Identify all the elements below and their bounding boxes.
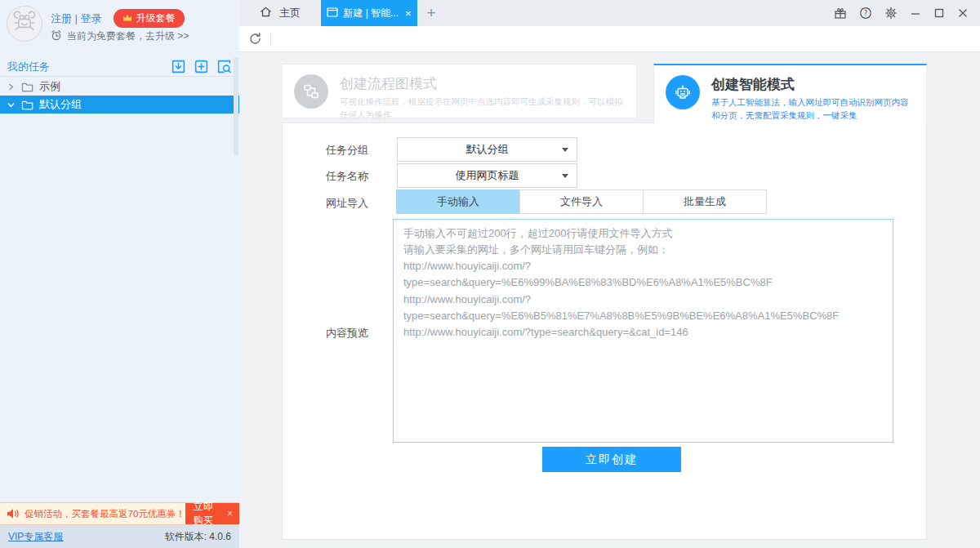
vip-support-link[interactable]: VIP专属客服 (8, 530, 63, 544)
gear-icon[interactable] (884, 7, 898, 20)
mode-card-smart[interactable]: 创建智能模式 基于人工智能算法，输入网址即可自动识别网页内容和分页，无需配置采集… (653, 64, 927, 123)
buy-now-button[interactable]: 立即购买 (185, 500, 224, 528)
svg-text:?: ? (864, 9, 868, 17)
smart-mode-desc: 基于人工智能算法，输入网址即可自动识别网页内容和分页，无需配置采集规则，一键采集 (711, 96, 915, 123)
upgrade-plan-button[interactable]: 升级套餐 (114, 9, 185, 28)
task-group-value: 默认分组 (466, 142, 509, 157)
add-task-icon[interactable] (194, 59, 209, 74)
crab-logo-icon (10, 8, 39, 40)
task-group-label: 任务分组 (326, 143, 368, 158)
reload-icon[interactable] (248, 32, 262, 46)
promo-close-icon[interactable]: × (224, 508, 239, 519)
app-logo (7, 6, 42, 42)
caret-down-icon (562, 174, 568, 178)
version-label: 软件版本: 4.0.6 (165, 530, 231, 544)
maximize-icon[interactable] (933, 7, 945, 19)
create-now-button[interactable]: 立即创建 (542, 447, 681, 472)
mode-card-flowchart[interactable]: 创建流程图模式 可视化操作流程，根据提示在网页中点选内容即可生成采集规则，可以模… (282, 64, 637, 118)
tab-file-import[interactable]: 文件导入 (519, 189, 644, 214)
app-window: 注册 | 登录 升级套餐 当前为免费套餐，去升级 >> (0, 0, 980, 548)
free-plan-notice[interactable]: 当前为免费套餐，去升级 >> (51, 29, 189, 43)
upgrade-plan-label: 升级套餐 (136, 11, 176, 25)
tab-batch-generate[interactable]: 批量生成 (643, 189, 767, 214)
close-icon[interactable] (957, 7, 969, 19)
tree-item-label: 默认分组 (39, 97, 82, 112)
sidebar-item-examples[interactable]: 示例 (0, 78, 239, 96)
sidebar: 注册 | 登录 升级套餐 当前为免费套餐，去升级 >> (0, 0, 239, 548)
sidebar-scrollbar[interactable] (234, 57, 238, 155)
tab-label: 新建 | 智能... (343, 7, 399, 20)
promo-bar: 促销活动，买套餐最高返70元优惠券！ 立即购买 × (0, 502, 239, 525)
sidebar-item-default-group[interactable]: 默认分组 (0, 96, 239, 114)
promo-text: 促销活动，买套餐最高返70元优惠券！ (24, 508, 185, 520)
tab-new-smart[interactable]: 新建 | 智能... × (321, 0, 417, 26)
flowchart-icon (294, 74, 328, 109)
content-preview-label: 内容预览 (326, 326, 368, 341)
url-import-tabs: 手动输入 文件导入 批量生成 (396, 189, 767, 214)
flowchart-mode-desc: 可视化操作流程，根据提示在网页中点选内容即可生成采集规则，可以模拟任何人为操作 (340, 96, 625, 122)
tab-bar: 主页 新建 | 智能... × + ? (239, 0, 980, 26)
help-icon[interactable]: ? (859, 7, 872, 20)
alarm-clock-icon (51, 29, 62, 43)
url-import-label: 网址导入 (326, 196, 368, 211)
chevron-right-icon (7, 83, 16, 91)
page-icon (327, 7, 338, 20)
tab-home-label: 主页 (279, 6, 301, 20)
new-tab-button[interactable]: + (417, 0, 445, 26)
tab-close-icon[interactable]: × (405, 7, 412, 20)
tab-home[interactable]: 主页 (239, 0, 321, 26)
search-task-icon[interactable] (216, 59, 232, 74)
main-area: 主页 新建 | 智能... × + ? (239, 0, 980, 548)
smart-mode-title: 创建智能模式 (711, 75, 915, 94)
gift-icon[interactable] (834, 7, 847, 20)
content-area: 创建流程图模式 可视化操作流程，根据提示在网页中点选内容即可生成采集规则，可以模… (239, 52, 980, 548)
crown-icon (122, 13, 132, 25)
import-task-icon[interactable] (171, 59, 186, 74)
my-tasks-title: 我的任务 (7, 60, 50, 74)
user-area: 注册 | 登录 升级套餐 当前为免费套餐，去升级 >> (0, 0, 239, 54)
task-name-value: 使用网页标题 (456, 168, 519, 183)
tree-item-label: 示例 (39, 79, 60, 94)
home-icon (260, 6, 272, 20)
task-name-label: 任务名称 (326, 169, 368, 184)
minimize-icon[interactable] (910, 7, 921, 19)
smart-mode-panel: 任务分组 默认分组 任务名称 使用网页标题 网址导入 手动输入 文件导入 批量生… (282, 123, 927, 540)
tab-manual-input[interactable]: 手动输入 (396, 189, 520, 214)
flowchart-mode-title: 创建流程图模式 (340, 74, 625, 93)
robot-icon (666, 75, 700, 109)
folder-icon (21, 100, 33, 110)
free-plan-text: 当前为免费套餐，去升级 >> (67, 29, 189, 43)
chevron-down-icon (7, 101, 16, 109)
folder-icon (21, 82, 33, 92)
browser-toolbar (239, 26, 980, 52)
caret-down-icon (562, 148, 568, 152)
tasks-header: 我的任务 (0, 57, 239, 77)
task-group-select[interactable]: 默认分组 (397, 137, 577, 162)
status-bar: VIP专属客服 软件版本: 4.0.6 (0, 525, 239, 548)
url-input-textarea[interactable]: 手动输入不可超过200行，超过200行请使用文件导入方式 请输入要采集的网址，多… (393, 219, 893, 443)
login-register-link[interactable]: 注册 | 登录 (51, 11, 102, 26)
speaker-icon (7, 508, 20, 519)
task-name-select[interactable]: 使用网页标题 (397, 163, 577, 188)
